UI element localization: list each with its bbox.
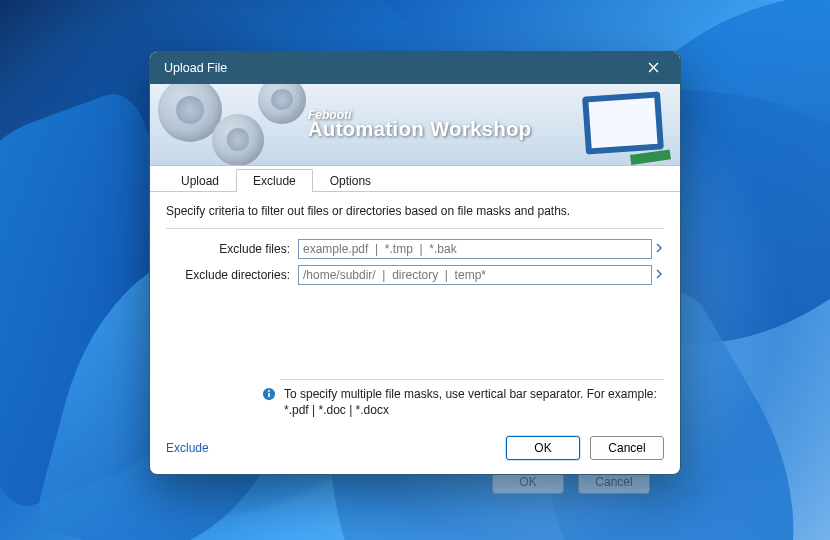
- close-icon: [648, 62, 659, 73]
- dialog-title: Upload File: [164, 61, 636, 75]
- chevron-right-icon: [656, 243, 663, 253]
- close-button[interactable]: [636, 56, 670, 80]
- svg-point-1: [268, 390, 270, 392]
- gear-icon: [258, 84, 306, 124]
- tab-exclude[interactable]: Exclude: [236, 169, 313, 192]
- help-link-exclude[interactable]: Exclude: [166, 441, 496, 455]
- exclude-dirs-row: Exclude directories:: [166, 265, 664, 285]
- info-icon: [262, 387, 276, 401]
- exclude-files-label: Exclude files:: [166, 242, 298, 256]
- tab-options[interactable]: Options: [313, 169, 388, 192]
- description-text: Specify criteria to filter out files or …: [166, 202, 664, 229]
- exclude-files-row: Exclude files:: [166, 239, 664, 259]
- svg-rect-2: [268, 393, 270, 398]
- tab-content: Specify criteria to filter out files or …: [150, 192, 680, 424]
- tab-upload[interactable]: Upload: [164, 169, 236, 192]
- hint-separator: [280, 379, 664, 380]
- exclude-files-menu-button[interactable]: [652, 243, 664, 255]
- ok-button[interactable]: OK: [506, 436, 580, 460]
- dialog-titlebar: Upload File: [150, 52, 680, 84]
- exclude-dirs-label: Exclude directories:: [166, 268, 298, 282]
- monitor-icon: [582, 91, 664, 154]
- hint-block: To specify multiple file masks, use vert…: [166, 386, 664, 418]
- dialog-footer: Exclude OK Cancel: [150, 424, 680, 474]
- banner: Febooti Automation Workshop: [150, 84, 680, 166]
- chevron-right-icon: [656, 269, 663, 279]
- hint-line-2: *.pdf | *.doc | *.docx: [284, 402, 657, 418]
- gear-icon: [212, 114, 264, 166]
- exclude-dirs-input[interactable]: [298, 265, 652, 285]
- exclude-files-input[interactable]: [298, 239, 652, 259]
- exclude-dirs-menu-button[interactable]: [652, 269, 664, 281]
- cancel-button[interactable]: Cancel: [590, 436, 664, 460]
- upload-file-dialog: Upload File Febooti Automation Workshop …: [149, 51, 681, 475]
- brand-text: Febooti Automation Workshop: [308, 108, 532, 141]
- hint-line-1: To specify multiple file masks, use vert…: [284, 386, 657, 402]
- tabstrip: Upload Exclude Options: [150, 166, 680, 192]
- brand-big: Automation Workshop: [308, 118, 532, 141]
